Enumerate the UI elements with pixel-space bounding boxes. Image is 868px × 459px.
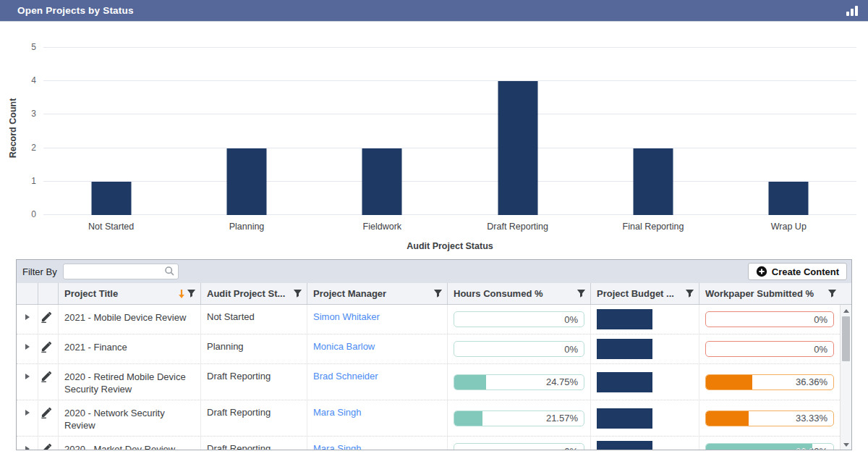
scroll-up-icon[interactable]	[841, 306, 851, 315]
expand-arrow-icon[interactable]	[25, 446, 30, 450]
filter-input[interactable]	[63, 264, 179, 279]
column-header-audit-status[interactable]: Audit Project St...	[201, 283, 307, 304]
y-tick-label: 5	[31, 42, 36, 52]
manager-link[interactable]: Brad Schneider	[313, 371, 378, 382]
create-content-button[interactable]: Create Content	[748, 263, 847, 280]
column-header-workpaper-submitted[interactable]: Workpaper Submitted %	[699, 283, 851, 304]
expand-cell[interactable]	[17, 364, 38, 400]
filter-funnel-icon[interactable]	[827, 289, 837, 298]
edit-pencil-icon[interactable]	[41, 311, 51, 323]
expand-cell[interactable]	[17, 400, 38, 436]
audit-status-cell: Draft Reporting	[201, 437, 307, 450]
page-title: Open Projects by Status	[17, 5, 846, 16]
y-tick-label: 0	[31, 209, 36, 219]
search-icon	[164, 266, 175, 279]
chart-plot-area: 012345	[43, 48, 856, 215]
edit-cell[interactable]	[38, 437, 59, 450]
y-axis-title: Record Count	[7, 65, 19, 190]
hours-progress-bar: 0% 0%	[454, 443, 584, 450]
filter-funnel-icon[interactable]	[576, 289, 586, 298]
edit-pencil-icon[interactable]	[41, 371, 51, 382]
chart-bar	[91, 182, 131, 215]
audit-status-cell: Planning	[201, 334, 307, 363]
budget-data-bar	[597, 408, 652, 429]
column-header-project-title[interactable]: Project Title	[59, 283, 201, 304]
project-title-cell: 2020 - Retired Mobile Device Security Re…	[59, 364, 201, 400]
hours-consumed-cell: 0% 0%	[448, 305, 591, 334]
x-tick-label: Planning	[179, 222, 314, 232]
chart-bar	[498, 81, 537, 215]
x-tick-label: Fieldwork	[315, 222, 450, 232]
hours-consumed-cell: 21.57% 21.57%	[448, 400, 591, 436]
filter-funnel-icon[interactable]	[433, 289, 443, 298]
hours-progress-bar: 0% 0%	[454, 311, 584, 327]
edit-pencil-icon[interactable]	[41, 443, 51, 450]
chart-bar	[633, 148, 673, 215]
project-manager-cell: Simon Whitaker	[307, 305, 448, 334]
edit-cell[interactable]	[38, 364, 59, 400]
budget-data-bar	[597, 372, 652, 392]
x-axis-title: Audit Project Status	[43, 241, 856, 251]
manager-link[interactable]: Mara Singh	[313, 407, 361, 418]
projects-table-widget: Filter By Create Content Project Title	[16, 259, 852, 450]
edit-header-cell	[38, 283, 59, 304]
project-budget-cell	[591, 305, 699, 334]
project-title-cell: 2020 - Market Dev Review	[59, 437, 201, 450]
workpaper-submitted-cell: 33.33% 33.33%	[699, 400, 840, 436]
filter-funnel-icon[interactable]	[685, 289, 694, 298]
expand-cell[interactable]	[17, 305, 38, 334]
x-tick-label: Final Reporting	[585, 222, 720, 232]
table-row: 2020 - Retired Mobile Device Security Re…	[17, 363, 840, 400]
manager-link[interactable]: Monica Barlow	[313, 341, 375, 352]
project-budget-cell	[591, 400, 699, 436]
audit-status-cell: Not Started	[201, 305, 307, 334]
expand-cell[interactable]	[17, 334, 38, 363]
expand-cell[interactable]	[17, 437, 38, 450]
manager-link[interactable]: Simon Whitaker	[313, 311, 380, 322]
workpaper-progress-bar: 0% 0%	[705, 311, 834, 327]
expand-arrow-icon[interactable]	[25, 410, 30, 416]
project-budget-cell	[591, 437, 699, 450]
project-title-cell: 2020 - Network Security Review	[59, 400, 201, 436]
vertical-scrollbar[interactable]	[840, 305, 851, 450]
y-tick-label: 4	[31, 75, 36, 85]
sort-desc-icon[interactable]	[178, 289, 185, 299]
column-header-project-budget[interactable]: Project Budget ...	[591, 283, 699, 304]
scroll-down-icon[interactable]	[841, 440, 851, 449]
project-title-cell: 2021 - Finance	[59, 334, 201, 363]
bar-chart-icon	[846, 6, 858, 16]
project-manager-cell: Brad Schneider	[307, 364, 448, 400]
workpaper-submitted-cell: 0% 0%	[699, 334, 840, 363]
scrollbar-thumb[interactable]	[842, 316, 850, 361]
budget-data-bar	[597, 441, 652, 450]
hours-consumed-cell: 0% 0%	[448, 334, 591, 363]
filter-bar: Filter By Create Content	[17, 260, 851, 283]
project-manager-cell: Mara Singh	[307, 437, 448, 450]
project-manager-cell: Mara Singh	[307, 400, 448, 436]
column-header-hours-consumed[interactable]: Hours Consumed %	[448, 283, 591, 304]
filter-funnel-icon[interactable]	[187, 289, 196, 298]
manager-link[interactable]: Mara Singh	[313, 443, 361, 450]
column-header-project-manager[interactable]: Project Manager	[307, 283, 448, 304]
workpaper-progress-bar: 36.36% 36.36%	[705, 374, 834, 390]
project-budget-cell	[591, 334, 699, 363]
edit-pencil-icon[interactable]	[41, 407, 51, 418]
workpaper-progress-bar: 33.33% 33.33%	[705, 410, 834, 426]
filter-funnel-icon[interactable]	[293, 289, 302, 298]
x-tick-label: Wrap Up	[721, 222, 856, 232]
edit-cell[interactable]	[38, 334, 59, 363]
expand-arrow-icon[interactable]	[25, 344, 30, 350]
search-box	[63, 264, 179, 279]
edit-cell[interactable]	[38, 400, 59, 436]
edit-cell[interactable]	[38, 305, 59, 334]
hours-consumed-cell: 24.75% 24.75%	[448, 364, 591, 400]
table-row: 2021 - Mobile Device Review Not Started …	[17, 305, 840, 334]
expand-arrow-icon[interactable]	[25, 314, 30, 320]
chart-bar	[769, 182, 809, 215]
edit-pencil-icon[interactable]	[41, 341, 51, 353]
x-tick-label: Not Started	[43, 222, 179, 232]
project-budget-cell	[591, 364, 699, 400]
budget-data-bar	[597, 309, 652, 329]
table-row: 2020 - Network Security Review Draft Rep…	[17, 400, 840, 436]
expand-arrow-icon[interactable]	[25, 374, 30, 379]
